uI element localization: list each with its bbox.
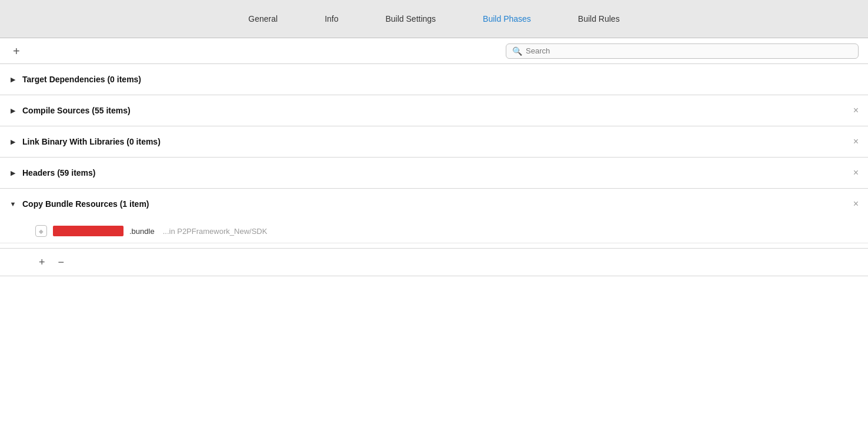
triangle-icon-compile-sources: ▶	[9, 107, 16, 115]
bundle-item-0: ◆.bundle...in P2PFramework_New/SDK	[0, 219, 868, 243]
toolbar: + 🔍	[0, 38, 868, 64]
section-header-compile-sources[interactable]: ▶Compile Sources (55 items)×	[0, 95, 868, 126]
add-phase-button[interactable]: +	[9, 43, 24, 59]
section-title-headers: Headers (59 items)	[22, 168, 96, 177]
close-section-button-compile-sources[interactable]: ×	[853, 106, 859, 115]
tab-info[interactable]: Info	[301, 2, 362, 35]
section-copy-bundle: ▼Copy Bundle Resources (1 item)×◆.bundle…	[0, 189, 868, 276]
section-body-copy-bundle: ◆.bundle...in P2PFramework_New/SDK	[0, 219, 868, 243]
triangle-icon-copy-bundle: ▼	[9, 200, 16, 207]
redacted-filename	[53, 226, 123, 236]
section-header-copy-bundle[interactable]: ▼Copy Bundle Resources (1 item)×	[0, 189, 868, 219]
close-section-button-copy-bundle[interactable]: ×	[853, 199, 859, 209]
triangle-icon-link-binary: ▶	[9, 138, 16, 146]
triangle-icon-headers: ▶	[9, 169, 16, 177]
section-title-link-binary: Link Binary With Libraries (0 items)	[22, 137, 161, 146]
section-header-link-binary[interactable]: ▶Link Binary With Libraries (0 items)×	[0, 126, 868, 157]
tab-general[interactable]: General	[225, 2, 301, 35]
section-header-headers[interactable]: ▶Headers (59 items)×	[0, 158, 868, 188]
tab-build-phases[interactable]: Build Phases	[459, 2, 555, 35]
file-path: ...in P2PFramework_New/SDK	[163, 227, 268, 236]
search-icon: 🔍	[512, 46, 522, 56]
section-link-binary: ▶Link Binary With Libraries (0 items)×	[0, 126, 868, 158]
remove-item-button-copy-bundle[interactable]: −	[55, 256, 68, 269]
tab-build-settings[interactable]: Build Settings	[362, 2, 460, 35]
content-area: ▶Target Dependencies (0 items)▶Compile S…	[0, 64, 868, 422]
window: GeneralInfoBuild SettingsBuild PhasesBui…	[0, 0, 868, 422]
search-input[interactable]	[526, 46, 852, 55]
section-header-target-dependencies[interactable]: ▶Target Dependencies (0 items)	[0, 64, 868, 95]
close-section-button-headers[interactable]: ×	[853, 168, 859, 177]
add-item-button-copy-bundle[interactable]: +	[35, 256, 49, 269]
tab-bar: GeneralInfoBuild SettingsBuild PhasesBui…	[0, 0, 868, 38]
section-target-dependencies: ▶Target Dependencies (0 items)	[0, 64, 868, 95]
close-section-button-link-binary[interactable]: ×	[853, 137, 859, 146]
section-headers: ▶Headers (59 items)×	[0, 158, 868, 189]
file-icon: ◆	[35, 225, 47, 237]
search-box: 🔍	[506, 43, 859, 59]
triangle-icon-target-dependencies: ▶	[9, 76, 16, 83]
section-footer-copy-bundle: +−	[0, 248, 868, 276]
section-title-target-dependencies: Target Dependencies (0 items)	[22, 75, 141, 84]
section-compile-sources: ▶Compile Sources (55 items)×	[0, 95, 868, 126]
section-title-compile-sources: Compile Sources (55 items)	[22, 106, 131, 115]
file-suffix: .bundle	[129, 227, 155, 236]
section-title-copy-bundle: Copy Bundle Resources (1 item)	[22, 199, 149, 209]
tab-build-rules[interactable]: Build Rules	[555, 2, 643, 35]
